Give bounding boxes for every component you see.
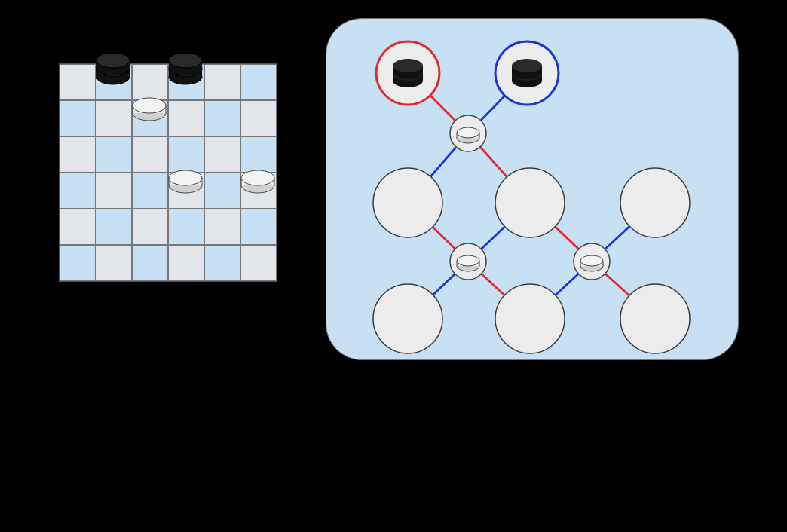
piece-white-disc-icon	[457, 127, 479, 143]
board-cell	[60, 100, 96, 136]
board-cell	[240, 245, 277, 281]
svg-point-45	[393, 59, 423, 72]
piece-white-disc-icon	[580, 255, 603, 271]
board-cell	[240, 209, 277, 245]
tree-root-left	[376, 41, 439, 105]
board-cell	[132, 209, 168, 245]
tree-big-node	[373, 284, 442, 353]
board-cell	[168, 64, 204, 100]
board-cell	[60, 245, 96, 281]
board-cell	[60, 173, 96, 209]
svg-point-70	[580, 255, 603, 266]
board-cell	[168, 100, 204, 136]
board-cell	[60, 209, 96, 245]
board-cell	[132, 173, 168, 209]
piece-white-disc-icon	[457, 255, 479, 271]
board-cell	[240, 136, 277, 173]
board-cell	[204, 245, 240, 281]
board-cell	[96, 209, 132, 245]
tree-big-node	[495, 168, 565, 237]
board-cell	[168, 136, 204, 173]
board-cell	[204, 64, 240, 100]
board-cell	[60, 136, 96, 173]
piece-black-stack-icon	[393, 59, 423, 87]
tree-mid-node	[450, 243, 486, 280]
board-cell	[132, 136, 168, 173]
board-cell	[96, 245, 132, 281]
svg-point-58	[457, 127, 479, 138]
game-tree-panel	[326, 18, 739, 360]
board-cell	[240, 64, 277, 100]
tree-big-node	[620, 168, 690, 237]
svg-point-64	[457, 255, 479, 266]
board-cell	[132, 245, 168, 281]
board-cell	[204, 173, 240, 209]
board-cell	[132, 100, 168, 136]
tree-big-node	[373, 168, 442, 237]
board-cell	[168, 245, 204, 281]
board-cell	[96, 64, 132, 100]
tree-mid-node	[574, 243, 610, 280]
checkerboard	[59, 63, 277, 282]
board-cell	[96, 136, 132, 173]
board-cell	[132, 64, 168, 100]
board-cell	[240, 100, 277, 136]
board-cell	[96, 100, 132, 136]
board-cell	[204, 100, 240, 136]
tree-big-node	[620, 284, 690, 353]
board-cell	[240, 173, 277, 209]
piece-black-stack-icon	[512, 59, 542, 87]
board-cell	[204, 136, 240, 173]
board-cell	[168, 173, 204, 209]
tree-big-node	[495, 284, 565, 353]
tree-mid-node	[450, 115, 486, 151]
board-cell	[96, 173, 132, 209]
board-cell	[168, 209, 204, 245]
svg-point-52	[512, 59, 542, 72]
board-cell	[60, 64, 96, 100]
board-cell	[204, 209, 240, 245]
tree-root-right	[495, 41, 559, 105]
diagram-canvas: checkerboard game-tree-panel	[0, 0, 787, 532]
